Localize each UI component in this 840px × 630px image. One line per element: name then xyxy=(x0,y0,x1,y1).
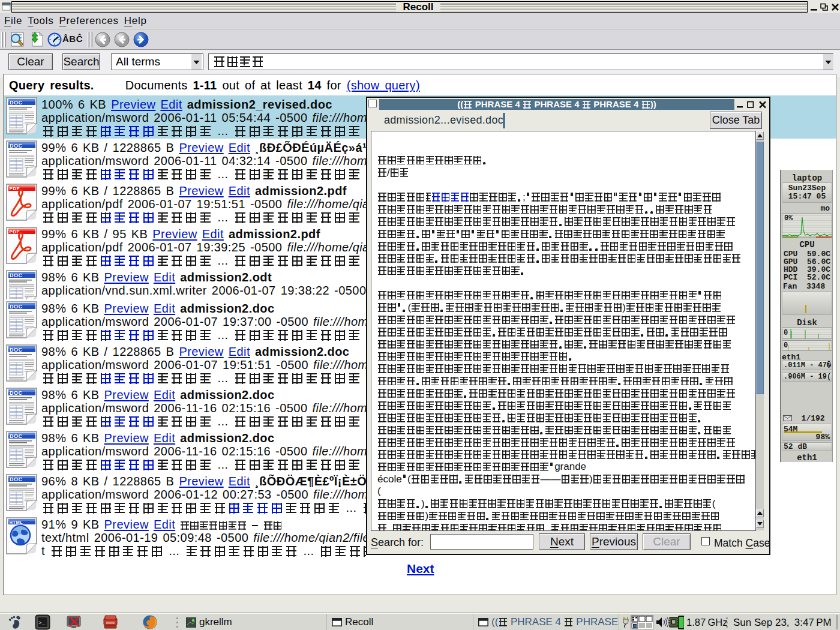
svg-text:PDF: PDF xyxy=(10,186,20,191)
svg-text:DOC: DOC xyxy=(10,476,22,482)
svg-text:DOC: DOC xyxy=(10,304,22,310)
svg-text:DOC: DOC xyxy=(10,272,22,278)
svg-text:>_: >_ xyxy=(38,620,45,626)
svg-text:HTML: HTML xyxy=(10,520,23,525)
svg-text:DOC: DOC xyxy=(10,433,22,439)
svg-text:DOC: DOC xyxy=(10,143,22,149)
svg-text:PDF: PDF xyxy=(10,229,20,235)
svg-text:DOC: DOC xyxy=(10,347,22,353)
svg-text:DOC: DOC xyxy=(10,100,22,106)
svg-text:DOC: DOC xyxy=(10,390,22,396)
